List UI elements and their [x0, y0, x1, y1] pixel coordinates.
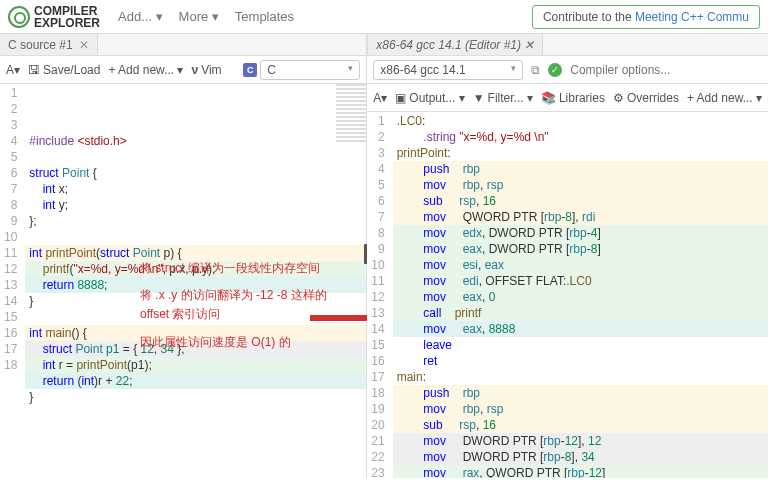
asm-toolbar: A▾ ▣ Output... ▾ ▼ Filter... ▾ 📚 Librari…	[367, 84, 768, 112]
overrides-button[interactable]: ⚙ Overrides	[613, 91, 679, 105]
c-lang-icon: C	[243, 63, 257, 77]
status-ok-icon: ✓	[548, 63, 562, 77]
asm-pane: x86-64 gcc 14.1 (Editor #1) ✕ x86-64 gcc…	[367, 34, 768, 478]
source-line[interactable]: #include <stdio.h>	[25, 133, 366, 149]
asm-tabs: x86-64 gcc 14.1 (Editor #1) ✕	[367, 34, 768, 56]
logo-text: COMPILER EXPLORER	[34, 5, 100, 29]
source-tabs: C source #1 ✕	[0, 34, 366, 56]
asm-tab-1[interactable]: x86-64 gcc 14.1 (Editor #1) ✕	[368, 34, 543, 55]
asm-line[interactable]: call printf	[393, 305, 768, 321]
logo-icon	[8, 6, 30, 28]
compiler-options-input[interactable]	[570, 63, 762, 77]
asm-line[interactable]: .LC0:	[393, 113, 768, 129]
source-gutter: 123456789101112131415161718	[0, 84, 25, 478]
asm-line[interactable]: sub rsp, 16	[393, 193, 768, 209]
filter-button[interactable]: ▼ Filter... ▾	[473, 91, 533, 105]
asm-line[interactable]: ret	[393, 353, 768, 369]
source-line[interactable]: };	[25, 213, 366, 229]
close-icon[interactable]: ✕	[79, 38, 89, 52]
annotation-3: 因此属性访问速度是 O(1) 的	[140, 333, 340, 352]
source-pane: C source #1 ✕ A▾ 🖫 Save/Load + Add new..…	[0, 34, 367, 478]
menu-templates[interactable]: Templates	[235, 9, 294, 24]
asm-line[interactable]: main:	[393, 369, 768, 385]
logo[interactable]: COMPILER EXPLORER	[8, 5, 100, 29]
compiler-selector[interactable]: x86-64 gcc 14.1	[373, 60, 523, 80]
source-line[interactable]: }	[25, 389, 366, 405]
asm-line[interactable]: mov eax, 0	[393, 289, 768, 305]
contribute-banner[interactable]: Contribute to the Meeting C++ Commu	[532, 5, 760, 29]
popout-icon[interactable]: ⧉	[531, 63, 540, 77]
contribute-link[interactable]: Meeting C++ Commu	[635, 10, 749, 24]
asm-line[interactable]: leave	[393, 337, 768, 353]
asm-line[interactable]: mov edi, OFFSET FLAT:.LC0	[393, 273, 768, 289]
source-tab-1[interactable]: C source #1 ✕	[0, 34, 98, 55]
asm-code[interactable]: .LC0: .string "x=%d, y=%d \n"printPoint:…	[393, 112, 768, 478]
output-button[interactable]: ▣ Output... ▾	[395, 91, 464, 105]
font-size-button[interactable]: A▾	[373, 91, 387, 105]
source-line[interactable]: int x;	[25, 181, 366, 197]
main-split: C source #1 ✕ A▾ 🖫 Save/Load + Add new..…	[0, 34, 768, 478]
menu-more[interactable]: More ▾	[179, 9, 219, 24]
annotation-1: 将 struct 编译为一段线性内存空间	[140, 259, 340, 278]
asm-line[interactable]: mov rbp, rsp	[393, 177, 768, 193]
asm-line[interactable]: mov rax, QWORD PTR [rbp-12]	[393, 465, 768, 478]
source-toolbar: A▾ 🖫 Save/Load + Add new... ▾ ν Vim C C	[0, 56, 366, 84]
source-line[interactable]	[25, 229, 366, 245]
asm-line[interactable]: push rbp	[393, 385, 768, 401]
asm-line[interactable]: printPoint:	[393, 145, 768, 161]
asm-line[interactable]: mov esi, eax	[393, 257, 768, 273]
source-line[interactable]	[25, 149, 366, 165]
minimap[interactable]	[336, 84, 366, 144]
source-line[interactable]: int y;	[25, 197, 366, 213]
asm-editor[interactable]: 1234567891011121314151617181920212223242…	[367, 112, 768, 478]
source-line[interactable]	[25, 405, 366, 421]
compiler-bar: x86-64 gcc 14.1 ⧉ ✓	[367, 56, 768, 84]
asm-line[interactable]: mov eax, 8888	[393, 321, 768, 337]
asm-line[interactable]: push rbp	[393, 161, 768, 177]
asm-line[interactable]: mov edx, DWORD PTR [rbp-4]	[393, 225, 768, 241]
asm-line[interactable]: mov QWORD PTR [rbp-8], rdi	[393, 209, 768, 225]
add-new-button[interactable]: + Add new... ▾	[687, 91, 762, 105]
libraries-button[interactable]: 📚 Libraries	[541, 91, 605, 105]
asm-line[interactable]: mov DWORD PTR [rbp-8], 34	[393, 449, 768, 465]
asm-line[interactable]: mov DWORD PTR [rbp-12], 12	[393, 433, 768, 449]
language-selector[interactable]: C C	[243, 60, 360, 80]
font-size-button[interactable]: A▾	[6, 63, 20, 77]
top-menu: Add... ▾ More ▾ Templates	[118, 9, 294, 24]
asm-gutter: 1234567891011121314151617181920212223242…	[367, 112, 392, 478]
asm-line[interactable]: mov rbp, rsp	[393, 401, 768, 417]
source-line[interactable]: return (int)r + 22;	[25, 373, 366, 389]
menu-add[interactable]: Add... ▾	[118, 9, 163, 24]
add-new-button[interactable]: + Add new... ▾	[108, 63, 183, 77]
asm-line[interactable]: sub rsp, 16	[393, 417, 768, 433]
asm-line[interactable]: mov eax, DWORD PTR [rbp-8]	[393, 241, 768, 257]
vim-toggle[interactable]: ν Vim	[191, 63, 221, 77]
source-line[interactable]: struct Point {	[25, 165, 366, 181]
save-load-button[interactable]: 🖫 Save/Load	[28, 63, 100, 77]
asm-line[interactable]: .string "x=%d, y=%d \n"	[393, 129, 768, 145]
top-header: COMPILER EXPLORER Add... ▾ More ▾ Templa…	[0, 0, 768, 34]
